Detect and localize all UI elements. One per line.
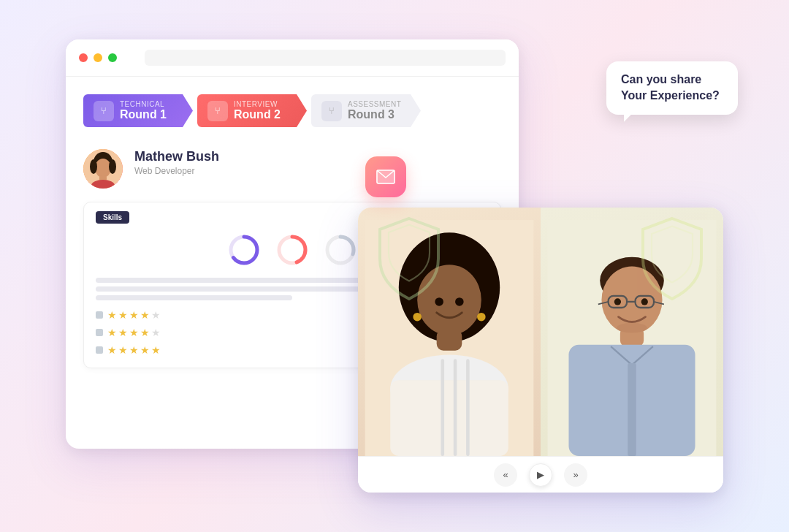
svg-rect-21	[441, 359, 444, 456]
star: ★	[118, 327, 128, 338]
profile-name: Mathew Bush	[134, 149, 219, 164]
stars-1: ★ ★ ★ ★ ★	[107, 309, 161, 321]
dot-green[interactable]	[108, 53, 117, 62]
round-interview[interactable]: ⑂ Interview Round 2	[197, 94, 307, 127]
round-label-technical: Technical	[120, 100, 167, 108]
round-text-interview: Interview Round 2	[234, 100, 281, 121]
speech-bubble: Can you share Your Experience?	[606, 61, 738, 115]
video-person-left	[358, 208, 541, 456]
stars-2: ★ ★ ★ ★ ★	[107, 327, 161, 338]
star: ★	[129, 327, 139, 338]
stars-3: ★ ★ ★ ★ ★	[107, 344, 161, 356]
star: ★	[140, 344, 150, 356]
star: ★	[129, 309, 139, 321]
speech-text: Can you share Your Experience?	[621, 72, 723, 104]
round-icon-assessment: ⑂	[321, 101, 342, 121]
browser-searchbar	[145, 50, 506, 66]
svg-point-27	[477, 313, 486, 322]
svg-point-25	[455, 297, 464, 306]
profile-role: Web Developer	[134, 166, 219, 176]
round-title-technical: Round 1	[120, 108, 167, 121]
round-technical[interactable]: ⑂ Technical Round 1	[83, 94, 193, 127]
round-icon-interview: ⑂	[207, 101, 228, 121]
star: ★	[107, 327, 117, 338]
video-controls: « ▶ »	[358, 456, 723, 493]
video-person-right	[541, 208, 723, 456]
skeleton-line-3	[96, 295, 292, 300]
profile-info: Mathew Bush Web Developer	[134, 149, 219, 176]
svg-point-36	[614, 298, 621, 305]
speech-line-2: Your Experience?	[621, 89, 720, 102]
svg-rect-23	[466, 359, 470, 456]
speech-line-1: Can you share	[621, 73, 701, 86]
svg-point-41	[617, 323, 647, 333]
browser-titlebar	[66, 39, 519, 77]
round-text-assessment: Assessment Round 3	[348, 100, 401, 121]
svg-point-3	[90, 159, 97, 174]
round-text-technical: Technical Round 1	[120, 100, 167, 121]
svg-point-4	[109, 159, 116, 174]
round-title-assessment: Round 3	[348, 108, 401, 121]
skeleton-line-2	[96, 286, 391, 292]
avatar	[83, 149, 123, 189]
video-panel: « ▶ »	[358, 208, 723, 493]
email-bubble	[365, 156, 406, 197]
scene-wrapper: ⑂ Technical Round 1 ⑂ Interview Round 2 …	[66, 39, 723, 493]
video-frames	[358, 208, 723, 456]
donut-chart-2	[275, 232, 310, 267]
star: ★	[118, 309, 128, 321]
video-inner: « ▶ »	[358, 208, 723, 493]
round-label-interview: Interview	[234, 100, 281, 108]
play-button[interactable]: ▶	[529, 463, 552, 487]
donut-chart-1	[226, 232, 262, 267]
dot-yellow[interactable]	[94, 53, 102, 62]
rating-dot-3	[96, 346, 103, 354]
star: ★	[129, 344, 139, 356]
svg-rect-18	[437, 330, 462, 351]
svg-rect-20	[390, 380, 508, 456]
round-label-assessment: Assessment	[348, 100, 401, 108]
star: ★	[107, 309, 117, 321]
star: ★	[151, 309, 161, 321]
round-assessment[interactable]: ⑂ Assessment Round 3	[311, 94, 421, 127]
profile-section: Mathew Bush Web Developer	[83, 149, 501, 189]
forward-button[interactable]: »	[564, 463, 587, 487]
round-title-interview: Round 2	[234, 108, 281, 121]
donut-chart-3	[323, 232, 358, 267]
svg-rect-40	[628, 363, 636, 456]
round-icon-technical: ⑂	[94, 101, 114, 121]
rating-dot-1	[96, 311, 103, 319]
star: ★	[118, 344, 128, 356]
star: ★	[151, 344, 161, 356]
svg-point-2	[95, 159, 111, 178]
rounds-row: ⑂ Technical Round 1 ⑂ Interview Round 2 …	[83, 94, 501, 127]
star: ★	[140, 309, 150, 321]
rewind-button[interactable]: «	[494, 463, 517, 487]
svg-rect-22	[454, 359, 457, 456]
star: ★	[151, 327, 161, 338]
star: ★	[140, 327, 150, 338]
dot-red[interactable]	[79, 53, 88, 62]
rating-dot-2	[96, 329, 103, 336]
skills-header: Skills	[96, 211, 129, 224]
star: ★	[107, 344, 117, 356]
svg-point-26	[413, 313, 422, 322]
